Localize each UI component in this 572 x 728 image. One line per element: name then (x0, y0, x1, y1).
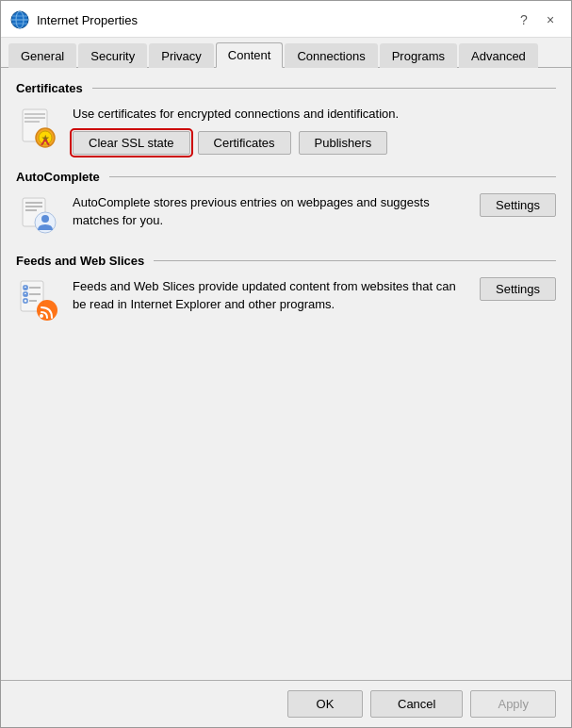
help-button[interactable]: ? (513, 8, 535, 31)
svg-rect-26 (29, 300, 37, 302)
feeds-divider (154, 260, 556, 261)
feeds-body: Feeds and Web Slices provide updated con… (16, 277, 556, 323)
certificates-button[interactable]: Certificates (198, 131, 291, 155)
svg-rect-8 (25, 121, 40, 123)
autocomplete-description: AutoComplete stores previous entries on … (73, 193, 468, 230)
feeds-content: Feeds and Web Slices provide updated con… (73, 277, 468, 314)
footer: OK Cancel Apply (1, 680, 571, 727)
certificates-buttons: Clear SSL state Certificates Publishers (73, 131, 556, 155)
title-bar-left: Internet Properties (10, 10, 138, 29)
certificates-icon: ★ (16, 105, 61, 150)
autocomplete-content: AutoComplete stores previous entries on … (73, 193, 468, 230)
feeds-title: Feeds and Web Slices (16, 254, 150, 268)
publishers-button[interactable]: Publishers (299, 131, 388, 155)
title-bar-controls: ? × (513, 8, 562, 31)
certificates-description: Use certificates for encrypted connectio… (73, 105, 556, 124)
certificates-body: ★ Use certificates for encrypted connect… (16, 105, 556, 155)
certificates-header: Certificates (16, 81, 556, 95)
tab-security[interactable]: Security (78, 43, 147, 68)
tab-connections[interactable]: Connections (285, 43, 377, 68)
certificates-divider (92, 88, 556, 89)
autocomplete-settings-button[interactable]: Settings (480, 193, 556, 217)
close-button[interactable]: × (539, 8, 562, 31)
svg-point-28 (40, 314, 43, 318)
cancel-button[interactable]: Cancel (370, 690, 463, 718)
svg-point-19 (41, 215, 49, 223)
certificates-title: Certificates (16, 81, 89, 95)
autocomplete-header: AutoComplete (16, 170, 556, 184)
autocomplete-section: AutoComplete (16, 170, 556, 239)
autocomplete-icon (16, 193, 61, 239)
autocomplete-title: AutoComplete (16, 170, 106, 184)
clear-ssl-state-button[interactable]: Clear SSL state (73, 131, 190, 155)
certificate-svg-icon: ★ (17, 106, 60, 149)
autocomplete-body: AutoComplete stores previous entries on … (16, 193, 556, 239)
svg-rect-16 (25, 206, 42, 207)
ok-button[interactable]: OK (287, 690, 363, 718)
svg-rect-24 (29, 287, 41, 289)
autocomplete-svg-icon (17, 194, 60, 238)
svg-rect-7 (25, 117, 45, 119)
title-bar: Internet Properties ? × (1, 1, 571, 38)
feeds-settings-button[interactable]: Settings (480, 277, 556, 301)
svg-rect-15 (25, 202, 42, 204)
feeds-icon (16, 277, 61, 323)
certificates-content: Use certificates for encrypted connectio… (73, 105, 556, 155)
svg-rect-25 (29, 293, 41, 295)
autocomplete-divider (109, 176, 556, 177)
svg-rect-6 (25, 113, 45, 115)
window-icon (10, 10, 29, 29)
tab-bar: General Security Privacy Content Connect… (1, 38, 571, 68)
svg-rect-17 (25, 209, 37, 211)
feeds-description: Feeds and Web Slices provide updated con… (73, 277, 468, 314)
main-content: Certificates ★ (1, 68, 571, 680)
autocomplete-action: Settings (480, 193, 556, 217)
title-bar-title: Internet Properties (37, 13, 138, 27)
tab-general[interactable]: General (8, 43, 76, 68)
internet-properties-window: Internet Properties ? × General Security… (0, 0, 572, 728)
tab-content[interactable]: Content (216, 42, 284, 68)
tab-advanced[interactable]: Advanced (459, 43, 538, 68)
tab-programs[interactable]: Programs (380, 43, 457, 68)
feeds-section: Feeds and Web Slices (16, 254, 556, 323)
feeds-action: Settings (480, 277, 556, 301)
tab-privacy[interactable]: Privacy (149, 43, 214, 68)
feeds-svg-icon (17, 278, 60, 322)
feeds-header: Feeds and Web Slices (16, 254, 556, 268)
apply-button[interactable]: Apply (470, 690, 556, 718)
certificates-section: Certificates ★ (16, 81, 556, 155)
